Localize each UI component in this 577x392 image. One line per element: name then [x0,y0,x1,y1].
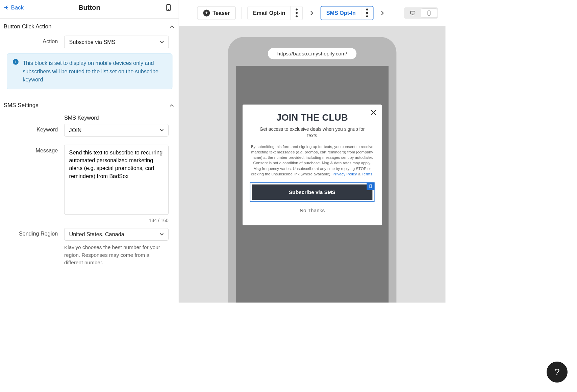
svg-point-3 [296,12,298,14]
svg-point-12 [370,187,371,188]
keyword-sublabel: SMS Keyword [64,115,169,121]
popup-headline: JOIN THE CLUB [250,113,375,123]
back-label: Back [11,4,24,11]
region-value: United States, Canada [69,231,124,238]
phone-screen: JOIN THE CLUB Get access to exclusive de… [236,66,388,302]
svg-rect-8 [411,11,415,14]
popup-subtext: Get access to exclusive deals when you s… [255,126,370,139]
svg-point-1 [168,9,169,10]
step-separator [242,7,242,19]
more-vertical-icon [361,7,373,19]
topbar: + Teaser Email Opt-in SMS Opt-In [179,0,446,26]
chevron-up-icon [169,102,175,108]
svg-point-6 [366,12,368,14]
help-button[interactable]: ? [547,362,568,383]
phone-frame: https://badsox.myshopify.com/ JOIN THE C… [228,37,397,303]
info-icon: i [13,59,19,65]
subscribe-button[interactable]: Subscribe via SMS [252,185,373,200]
settings-panel: Back Button Button Click Action Action S… [0,0,179,303]
preview-canvas: https://badsox.myshopify.com/ JOIN THE C… [179,26,446,302]
close-icon[interactable] [370,109,377,116]
arrow-left-icon [4,5,9,10]
section-title: Button Click Action [4,23,52,30]
info-text: This block is set to display on mobile d… [23,59,166,83]
popup-legal: By submitting this form and signing up f… [250,144,375,177]
step-email-optin[interactable]: Email Opt-in [248,6,303,20]
section-title: SMS Settings [4,102,39,108]
plus-icon: + [203,9,210,16]
mobile-icon [368,184,373,189]
chevron-down-icon [159,39,165,45]
preview-area: + Teaser Email Opt-in SMS Opt-In [179,0,446,303]
info-callout: i This block is set to display on mobile… [7,53,172,89]
keyword-select[interactable]: JOIN [64,124,169,136]
message-label: Message [4,145,64,153]
subscribe-button-selected[interactable]: Subscribe via SMS [250,182,375,202]
step-label: Email Opt-in [248,10,291,16]
settings-header: Back Button [0,0,179,19]
keyword-label: Keyword [4,115,64,133]
terms-link[interactable]: Terms [361,172,372,176]
action-value: Subscribe via SMS [69,39,116,45]
chevron-right-icon [308,10,315,16]
mobile-badge [367,182,374,190]
panel-title: Button [78,3,100,11]
action-label: Action [4,36,64,45]
teaser-label: Teaser [212,10,230,16]
message-textarea[interactable] [64,145,169,215]
svg-point-2 [296,8,298,10]
section-sms-settings-toggle[interactable]: SMS Settings [4,102,175,108]
svg-point-4 [296,15,298,17]
svg-point-10 [429,14,429,15]
step-more-button[interactable] [361,6,373,20]
chevron-right-icon [379,10,386,16]
region-label: Sending Region [4,228,64,237]
svg-point-5 [366,8,368,10]
mobile-preview-button[interactable] [421,8,437,18]
steps-nav: + Teaser Email Opt-in SMS Opt-In [197,6,385,20]
teaser-button[interactable]: + Teaser [197,6,236,20]
signup-popup: JOIN THE CLUB Get access to exclusive de… [243,105,382,225]
no-thanks-link[interactable]: No Thanks [250,208,375,214]
section-click-action: Button Click Action Action Subscribe via… [0,19,179,97]
desktop-icon [410,10,416,16]
section-sms-settings: SMS Settings Keyword SMS Keyword JOIN Me… [0,97,179,276]
privacy-link[interactable]: Privacy Policy [332,172,357,176]
desktop-preview-button[interactable] [405,8,421,18]
mobile-icon [426,10,432,16]
step-sms-optin[interactable]: SMS Opt-In [321,6,374,20]
region-helper: Klaviyo chooses the best number for your… [64,244,169,266]
mobile-icon [165,4,172,11]
chevron-up-icon [169,23,175,30]
more-vertical-icon [291,7,303,19]
keyword-value: JOIN [69,127,82,133]
svg-point-7 [366,15,368,17]
chevron-down-icon [159,231,165,237]
url-bar: https://badsox.myshopify.com/ [268,48,356,59]
chevron-down-icon [159,127,165,133]
char-count: 134 / 160 [64,218,169,223]
back-button[interactable]: Back [4,4,24,11]
device-toggle [404,7,438,19]
section-click-action-toggle[interactable]: Button Click Action [4,23,175,30]
step-more-button[interactable] [291,6,303,20]
region-select[interactable]: United States, Canada [64,228,169,240]
mobile-only-toggle[interactable] [165,4,172,11]
action-select[interactable]: Subscribe via SMS [64,36,169,48]
step-label: SMS Opt-In [321,10,361,16]
